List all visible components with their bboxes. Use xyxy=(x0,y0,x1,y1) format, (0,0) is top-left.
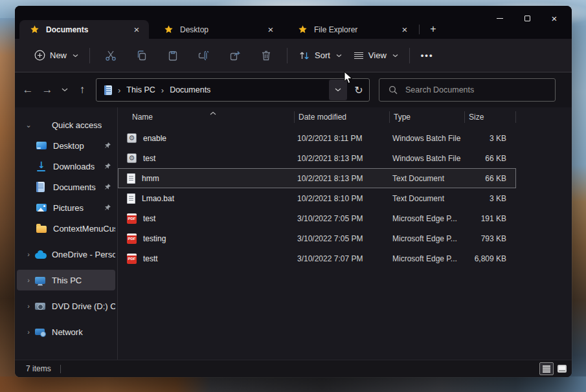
breadcrumb-documents[interactable]: Documents xyxy=(170,85,210,94)
sidebar-item-contextmenucust[interactable]: ContextMenuCust xyxy=(17,218,115,239)
breadcrumb-this-pc[interactable]: This PC xyxy=(126,85,155,94)
tab-close-icon[interactable]: × xyxy=(399,24,411,36)
column-header-name[interactable]: Name xyxy=(118,107,295,127)
location-icon xyxy=(104,85,112,95)
minimize-button[interactable] xyxy=(486,9,513,27)
share-button[interactable] xyxy=(223,45,247,67)
tab-close-icon[interactable]: × xyxy=(131,24,142,36)
tab-file-explorer[interactable]: File Explorer × xyxy=(287,20,417,39)
close-button[interactable]: × xyxy=(541,9,568,27)
back-button[interactable]: ← xyxy=(18,80,38,100)
delete-button[interactable] xyxy=(254,45,278,67)
file-name: hmm xyxy=(142,174,159,183)
file-size: 66 KB xyxy=(464,174,512,183)
file-row-lmao-bat[interactable]: Lmao.bat 10/2/2021 8:10 PM Text Document… xyxy=(118,188,516,208)
file-size: 3 KB xyxy=(464,134,512,143)
sidebar-item-desktop[interactable]: Desktop xyxy=(17,135,115,156)
toolbar-separator xyxy=(287,48,287,63)
new-tab-button[interactable]: + xyxy=(423,21,443,38)
expander-chevron-icon[interactable]: › xyxy=(22,302,35,310)
sidebar-item-label: Desktop xyxy=(53,141,84,151)
tab-desktop[interactable]: Desktop × xyxy=(153,20,283,39)
sidebar-item-icon xyxy=(35,329,45,335)
forward-button[interactable]: → xyxy=(38,80,57,100)
tab-label: File Explorer xyxy=(314,25,399,34)
sidebar-item-label: Quick access xyxy=(52,120,102,130)
breadcrumb-separator-icon: › xyxy=(118,85,120,95)
sort-button-label: Sort xyxy=(315,50,330,60)
expander-chevron-icon[interactable]: › xyxy=(22,250,35,258)
sidebar-item-network[interactable]: › Network xyxy=(17,321,115,342)
sort-button[interactable]: Sort xyxy=(293,47,348,65)
sidebar-item-onedrive-personal[interactable]: › OneDrive - Personal xyxy=(17,244,115,265)
sidebar-item-downloads[interactable]: Downloads xyxy=(17,156,115,177)
item-count: 7 items xyxy=(26,364,51,373)
file-type: Microsoft Edge P... xyxy=(389,234,464,243)
maximize-button[interactable] xyxy=(513,9,541,27)
copy-icon xyxy=(135,49,148,62)
file-name-cell: hmm xyxy=(118,173,294,184)
file-size: 66 KB xyxy=(464,154,512,163)
new-button-label: New xyxy=(50,50,67,60)
file-type-icon xyxy=(127,213,137,224)
up-button[interactable]: ↑ xyxy=(73,80,92,100)
file-row-testing[interactable]: testing 3/10/2022 7:05 PM Microsoft Edge… xyxy=(118,228,516,248)
file-type: Windows Batch File xyxy=(389,134,464,143)
view-icon xyxy=(354,51,364,60)
file-row-testt[interactable]: testt 3/10/2022 7:07 PM Microsoft Edge P… xyxy=(118,248,516,268)
expander-chevron-icon[interactable]: › xyxy=(22,328,35,336)
file-type-icon xyxy=(127,234,137,244)
large-icons-view-icon xyxy=(558,365,567,373)
sidebar-item-pictures[interactable]: Pictures xyxy=(17,197,115,218)
rename-icon xyxy=(197,49,210,62)
rename-button[interactable] xyxy=(192,45,216,67)
details-view-button[interactable] xyxy=(539,362,554,375)
file-row-test[interactable]: test 10/2/2021 8:13 PM Windows Batch Fil… xyxy=(118,148,516,168)
column-header-size[interactable]: Size xyxy=(465,107,516,127)
address-bar[interactable]: › This PC › Documents ↻ xyxy=(96,78,370,102)
file-row-enable[interactable]: enable 10/2/2021 8:11 PM Windows Batch F… xyxy=(118,128,516,148)
search-icon xyxy=(389,85,398,94)
file-type-icon xyxy=(127,173,135,184)
sidebar-item-documents[interactable]: Documents xyxy=(17,177,115,197)
paste-button[interactable] xyxy=(161,45,185,67)
search-box[interactable]: Search Documents xyxy=(379,78,556,102)
expander-chevron-icon[interactable]: ⌄ xyxy=(22,121,35,129)
tab-close-icon[interactable]: × xyxy=(265,24,276,36)
large-icons-view-button[interactable] xyxy=(555,362,569,375)
column-header-type[interactable]: Type xyxy=(390,107,465,127)
recent-locations-button[interactable] xyxy=(57,80,73,100)
new-button[interactable]: New xyxy=(28,46,84,65)
window-body: ⌄ Quick access Desktop Downloads Documen… xyxy=(15,107,572,360)
tab-documents[interactable]: Documents × xyxy=(19,20,149,39)
sidebar-item-dvd-drive-d-ccco[interactable]: › DVD Drive (D:) CCCO xyxy=(17,296,115,316)
navigation-pane: ⌄ Quick access Desktop Downloads Documen… xyxy=(15,107,117,360)
file-type-icon xyxy=(127,133,137,143)
chevron-down-icon xyxy=(336,54,342,58)
file-row-hmm[interactable]: hmm 10/2/2021 8:13 PM Text Document 66 K… xyxy=(118,168,516,188)
more-options-button[interactable]: ••• xyxy=(415,47,440,64)
sidebar-item-label: Documents xyxy=(53,182,96,192)
sidebar-item-quick-access[interactable]: ⌄ Quick access xyxy=(17,114,115,135)
window-controls: × xyxy=(486,9,568,27)
expander-chevron-icon[interactable]: › xyxy=(22,276,35,284)
refresh-button[interactable]: ↻ xyxy=(348,80,369,100)
file-date-modified: 10/2/2021 8:13 PM xyxy=(294,174,389,183)
view-button[interactable]: View xyxy=(348,47,404,64)
sidebar-item-this-pc[interactable]: › This PC xyxy=(17,270,115,290)
pin-icon xyxy=(104,142,111,149)
copy-button[interactable] xyxy=(130,45,154,67)
cut-button[interactable] xyxy=(98,45,123,67)
search-placeholder: Search Documents xyxy=(405,85,474,94)
sidebar-item-label: Network xyxy=(52,327,83,337)
sidebar-item-icon xyxy=(36,204,47,212)
titlebar[interactable]: Documents × Desktop × File Explorer × + … xyxy=(15,6,572,39)
column-header-date-modified[interactable]: Date modified xyxy=(295,107,390,127)
file-name: Lmao.bat xyxy=(142,194,174,203)
file-date-modified: 3/10/2022 7:05 PM xyxy=(294,234,389,243)
file-row-test[interactable]: test 3/10/2022 7:05 PM Microsoft Edge P.… xyxy=(118,208,516,228)
sidebar-item-label: Pictures xyxy=(53,203,84,213)
sidebar-item-icon xyxy=(35,303,45,310)
address-dropdown-button[interactable] xyxy=(329,80,347,100)
file-type: Microsoft Edge P... xyxy=(389,254,464,263)
